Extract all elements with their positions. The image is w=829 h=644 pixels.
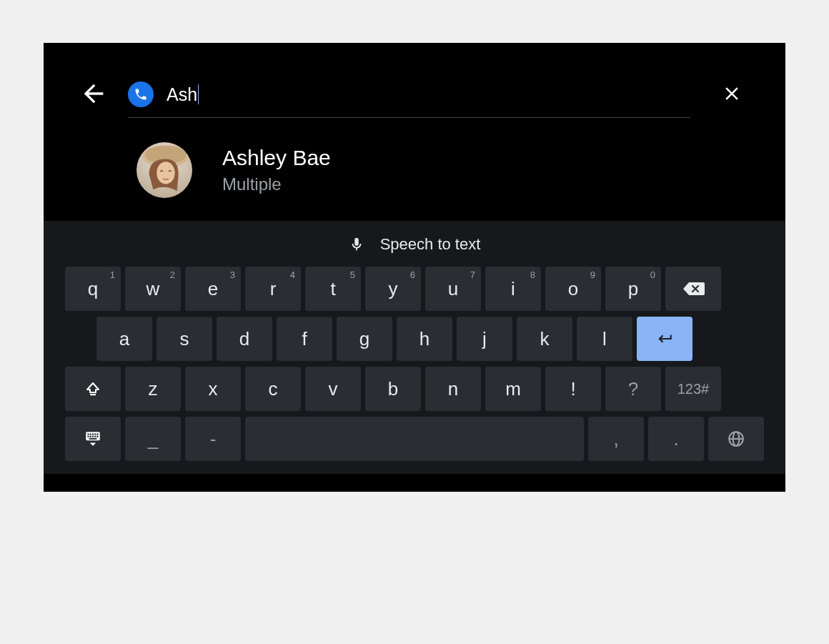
key-m[interactable]: m [485,367,541,411]
clear-button[interactable] [721,83,743,107]
on-screen-keyboard: Speech to text q1 w2 e3 r4 t5 y6 u7 i8 o… [44,221,785,474]
key-space[interactable] [245,417,584,461]
svg-rect-4 [90,394,96,395]
key-comma[interactable]: , [588,417,644,461]
key-f[interactable]: f [277,317,332,361]
shift-icon [84,380,101,397]
key-p[interactable]: p0 [605,267,661,311]
keyboard-row-1: q1 w2 e3 r4 t5 y6 u7 i8 o9 p0 [65,267,764,311]
key-period[interactable]: . [648,417,704,461]
back-button[interactable] [79,79,108,111]
key-g[interactable]: g [337,317,392,361]
contact-avatar [136,142,192,198]
key-v[interactable]: v [305,367,361,411]
key-i[interactable]: i8 [485,267,541,311]
svg-rect-14 [94,436,96,437]
backspace-icon [682,280,705,297]
speech-to-text-button[interactable]: Speech to text [65,232,764,267]
search-result[interactable]: Ashley Bae Multiple [44,128,785,221]
key-enter[interactable] [637,317,693,361]
key-j[interactable]: j [457,317,512,361]
key-c[interactable]: c [245,367,301,411]
contact-text: Ashley Bae Multiple [222,146,331,194]
contact-name: Ashley Bae [222,146,331,170]
key-shift[interactable] [65,367,121,411]
key-n[interactable]: n [425,367,481,411]
key-w[interactable]: w2 [125,267,181,311]
key-b[interactable]: b [365,367,421,411]
svg-rect-16 [89,438,97,440]
text-cursor [198,84,199,104]
key-q[interactable]: q1 [65,267,121,311]
back-arrow-icon [79,79,108,108]
svg-rect-12 [90,436,91,437]
microphone-icon [349,237,364,252]
enter-icon [655,330,674,348]
key-y[interactable]: y6 [365,267,421,311]
svg-rect-6 [87,433,89,435]
hide-keyboard-icon [84,430,102,448]
search-bar: Ash [44,43,785,128]
key-e[interactable]: e3 [185,267,241,311]
search-input-text: Ash [167,84,199,105]
key-symbols[interactable]: 123# [665,367,721,411]
search-field[interactable]: Ash [128,81,690,118]
keyboard-row-2: a s d f g h j k l [65,317,764,361]
svg-point-3 [157,162,174,184]
device-frame: Ash [44,43,785,492]
key-s[interactable]: s [157,317,212,361]
key-r[interactable]: r4 [245,267,301,311]
svg-rect-13 [92,436,94,437]
keyboard-row-4: _ - , . [65,417,764,461]
key-backspace[interactable] [665,267,721,311]
key-language[interactable] [708,417,764,461]
svg-rect-8 [92,433,94,435]
keyboard-row-3: z x c v b n m ! ? 123# [65,367,764,411]
phone-app-icon [128,81,154,107]
svg-rect-10 [96,433,98,435]
key-u[interactable]: u7 [425,267,481,311]
svg-rect-11 [87,436,89,437]
key-l[interactable]: l [577,317,632,361]
close-icon [721,83,743,104]
key-t[interactable]: t5 [305,267,361,311]
key-hide-keyboard[interactable] [65,417,121,461]
speech-label: Speech to text [380,235,481,254]
svg-rect-9 [94,433,96,435]
svg-rect-15 [96,436,98,437]
key-a[interactable]: a [96,317,152,361]
key-underscore[interactable]: _ [125,417,181,461]
key-z[interactable]: z [125,367,181,411]
key-h[interactable]: h [397,317,452,361]
key-o[interactable]: o9 [545,267,601,311]
key-question[interactable]: ? [605,367,661,411]
key-d[interactable]: d [217,317,272,361]
contact-subtitle: Multiple [222,174,331,194]
svg-rect-7 [90,433,91,435]
key-k[interactable]: k [517,317,572,361]
key-x[interactable]: x [185,367,241,411]
search-value: Ash [167,84,197,105]
key-exclaim[interactable]: ! [545,367,601,411]
key-dash[interactable]: - [185,417,241,461]
globe-icon [727,430,745,448]
